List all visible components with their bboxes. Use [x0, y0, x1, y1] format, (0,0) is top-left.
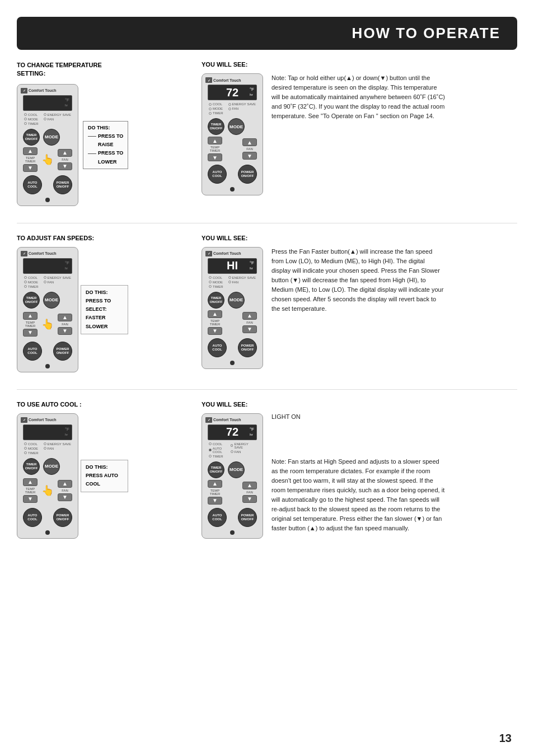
mode-button-r3[interactable]: MODE [228, 461, 245, 478]
auto-cool-3[interactable]: AUTOCOOL [23, 508, 42, 527]
power-2[interactable]: POWERON/OFF [53, 342, 72, 361]
page-number: 13 [499, 732, 512, 745]
remote-left-1: ✓ Comfort Touch °Fhr COOL [17, 84, 78, 206]
fan-up-3[interactable]: ▲ [58, 480, 72, 488]
display-value-3: 72 [226, 426, 238, 438]
temp-down-2[interactable]: ▼ [23, 329, 38, 337]
section-auto-cool: TO USE AUTO COOL : ✓ Comfort Touch °Fhr [17, 401, 517, 539]
power-r2[interactable]: POWERON/OFF [238, 338, 257, 357]
temp-down-r3[interactable]: ▼ [208, 497, 222, 505]
power-3[interactable]: POWERON/OFF [53, 508, 72, 527]
divider-2 [17, 389, 517, 390]
display-value-1: 72 [226, 86, 238, 99]
power-r3[interactable]: POWERON/OFF [238, 508, 257, 527]
page-title: HOW TO OPERATE [34, 25, 500, 42]
timer-button-r3[interactable]: TIMERON/OFF [208, 461, 224, 478]
remote-right-3: ✓ Comfort Touch 72 °Fhr COOL AUTO COOL [202, 413, 263, 539]
auto-cool-button-1[interactable]: AUTOCOOL [23, 175, 42, 194]
section-fan-speeds: TO ADJUST FAN SPEEDS: ✓ Comfort Touch °F… [17, 235, 517, 372]
temp-up-r2[interactable]: ▲ [208, 310, 222, 318]
fan-down-3[interactable]: ▼ [58, 493, 72, 501]
timer-button-1[interactable]: TIMERON/OFF [23, 129, 40, 146]
temp-up-r1[interactable]: ▲ [208, 137, 222, 144]
mode-button-2[interactable]: MODE [43, 292, 60, 309]
section1-left-heading: TO CHANGE TEMPERATURE SETTING: [17, 61, 112, 78]
timer-button-r2[interactable]: TIMERON/OFF [208, 292, 224, 309]
remote-right-2: ✓ Comfort Touch HI °Fhr COOL MODE TIMER [202, 247, 263, 369]
mode-button-r2[interactable]: MODE [228, 292, 245, 309]
section2-right-heading: YOU WILL SEE: [202, 235, 517, 241]
temp-down-3[interactable]: ▼ [23, 495, 38, 503]
fan-down-2[interactable]: ▼ [58, 327, 72, 335]
fan-down-r1[interactable]: ▼ [242, 152, 257, 160]
remote-left-3: ✓ Comfort Touch °Fhr COOL MODE TIMER [17, 413, 78, 539]
fan-down-r2[interactable]: ▼ [242, 325, 257, 333]
fan-down-button-1[interactable]: ▼ [58, 162, 72, 170]
do-this-label-1: DO THIS: [88, 124, 123, 132]
temp-up-button-1[interactable]: ▲ [23, 147, 38, 155]
page-content: TO CHANGE TEMPERATURE SETTING: ✓ Comfort… [0, 50, 534, 578]
temp-up-r3[interactable]: ▲ [208, 480, 222, 488]
display-value-2: HI [227, 259, 238, 272]
timer-button-3[interactable]: TIMERON/OFF [23, 458, 40, 475]
temp-down-r1[interactable]: ▼ [208, 153, 222, 161]
auto-cool-2[interactable]: AUTOCOOL [23, 342, 42, 361]
mode-button-1[interactable]: MODE [43, 129, 60, 146]
section2-note: Press the Fan Faster button(▲) will incr… [271, 247, 445, 314]
section3-right-heading: YOU WILL SEE: [202, 401, 517, 408]
timer-button-2[interactable]: TIMERON/OFF [23, 292, 40, 309]
section-change-temp: TO CHANGE TEMPERATURE SETTING: ✓ Comfort… [17, 61, 517, 206]
fan-down-r3[interactable]: ▼ [242, 495, 257, 503]
temp-down-button-1[interactable]: ▼ [23, 164, 38, 172]
do-this-label-2: DO THIS: [86, 288, 123, 297]
power-button-1[interactable]: POWERON/OFF [53, 175, 72, 194]
temp-up-2[interactable]: ▲ [23, 312, 38, 320]
auto-cool-r1[interactable]: AUTOCOOL [208, 165, 227, 184]
fan-up-button-1[interactable]: ▲ [58, 149, 72, 157]
section3-note: Note: Fan starts at High Speed and adjus… [271, 457, 445, 533]
mode-button-r1[interactable]: MODE [228, 118, 245, 135]
temp-up-3[interactable]: ▲ [23, 478, 38, 486]
fan-up-r1[interactable]: ▲ [242, 138, 257, 146]
fan-up-r2[interactable]: ▲ [242, 312, 257, 320]
light-on-label: LIGHT ON [271, 413, 445, 420]
auto-cool-r3[interactable]: AUTOCOOL [208, 508, 227, 527]
remote-left-2: ✓ Comfort Touch °Fhr COOL MODE TIMER [17, 247, 78, 372]
divider-1 [17, 223, 517, 223]
timer-button-r1[interactable]: TIMERON/OFF [208, 118, 224, 135]
section2-left-heading: TO ADJUST FAN SPEEDS: [17, 235, 196, 241]
section1-right-heading: YOU WILL SEE: [202, 61, 517, 68]
mode-button-3[interactable]: MODE [43, 458, 60, 475]
do-this-label-3: DO THIS: [86, 463, 123, 472]
auto-cool-r2[interactable]: AUTOCOOL [208, 338, 227, 357]
power-r1[interactable]: POWERON/OFF [238, 165, 257, 184]
fan-up-r3[interactable]: ▲ [242, 482, 257, 489]
temp-down-r2[interactable]: ▼ [208, 327, 222, 335]
section3-left-heading: TO USE AUTO COOL : [17, 401, 196, 408]
section1-note: Note: Tap or hold either up(▲) or down(▼… [271, 73, 445, 121]
fan-up-2[interactable]: ▲ [58, 314, 72, 321]
page-header: HOW TO OPERATE [17, 17, 517, 50]
remote-right-1: ✓ Comfort Touch 72 °Fhr COOL MODE TIMER [202, 73, 263, 195]
